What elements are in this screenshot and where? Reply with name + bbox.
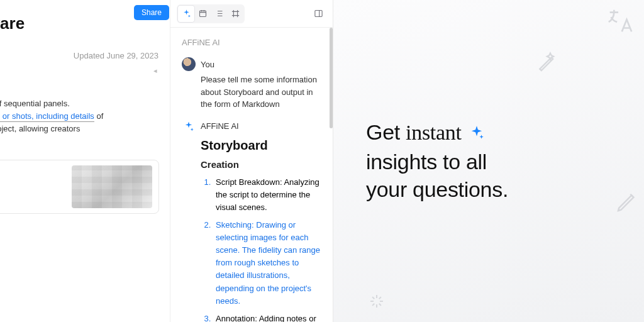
share-button[interactable]: Share	[134, 5, 169, 20]
ai-chat-panel: AFFiNE AI You Please tell me some inform…	[170, 28, 333, 322]
body-line: es describing key scenes or shots, inclu…	[0, 110, 162, 123]
avatar	[182, 57, 196, 71]
body-line: ovide a blueprint for a project, allowin…	[0, 123, 162, 135]
hero-headline: Get instant insights to all your questio…	[366, 118, 508, 204]
list-icon[interactable]	[211, 6, 227, 22]
pencil-icon	[614, 189, 640, 215]
message-body: Please tell me some information about St…	[182, 74, 321, 111]
document-editor: r Software Updated June 29, 2023 ◂ y pre…	[0, 0, 170, 322]
document-body[interactable]: y presented in the form of sequential pa…	[0, 75, 170, 148]
svg-rect-0	[199, 11, 206, 16]
ai-response-list: Script Breakdown: Analyzing the script t…	[182, 176, 321, 323]
svg-rect-1	[314, 11, 321, 17]
list-item: Script Breakdown: Analyzing the script t…	[213, 176, 321, 214]
message-author: You	[201, 60, 214, 69]
list-item: Sketching: Drawing or selecting images f…	[213, 219, 321, 308]
chat-message-ai: AFFiNE AI Storyboard Creation Script Bre…	[182, 119, 321, 323]
ai-panel-title: AFFiNE AI	[182, 38, 321, 47]
app-window: r Software Updated June 29, 2023 ◂ y pre…	[0, 0, 333, 322]
chat-message-user: You Please tell me some information abou…	[182, 57, 321, 111]
view-mode-group	[177, 4, 245, 23]
embed-card[interactable]: d by a grand ting a striking contr...	[0, 160, 159, 214]
ai-response-heading: Storyboard	[201, 138, 321, 153]
frame-icon[interactable]	[227, 6, 243, 22]
hero-emphasis: instant	[406, 121, 462, 144]
translate-icon	[605, 6, 634, 35]
star-burst-icon	[367, 292, 386, 311]
body-line: y presented in the form of sequential pa…	[0, 97, 162, 110]
updated-timestamp: Updated June 29, 2023	[0, 33, 170, 60]
message-author: AFFiNE AI	[201, 121, 239, 131]
date-icon[interactable]	[194, 6, 211, 22]
sparkle-icon	[182, 119, 196, 133]
panel-toggle-icon[interactable]	[310, 6, 326, 22]
body-link-text[interactable]: es describing key scenes or shots, inclu…	[0, 111, 94, 122]
embed-thumbnail	[72, 165, 152, 208]
body-line: rces in production.	[0, 135, 162, 148]
sparkle-icon[interactable]	[178, 6, 194, 22]
embed-caption: d by a grand ting a striking contr...	[0, 177, 64, 196]
sidebar-toolbar	[170, 0, 333, 28]
sparkle-icon	[469, 119, 485, 148]
list-item: Annotation: Adding notes or	[213, 313, 321, 322]
ai-response-subheading: Creation	[201, 159, 321, 170]
collapse-caret-icon[interactable]: ◂	[0, 60, 170, 75]
ai-sidebar: Share	[170, 0, 333, 322]
marketing-panel: Get instant insights to all your questio…	[333, 0, 644, 322]
magic-wand-icon	[535, 49, 560, 74]
